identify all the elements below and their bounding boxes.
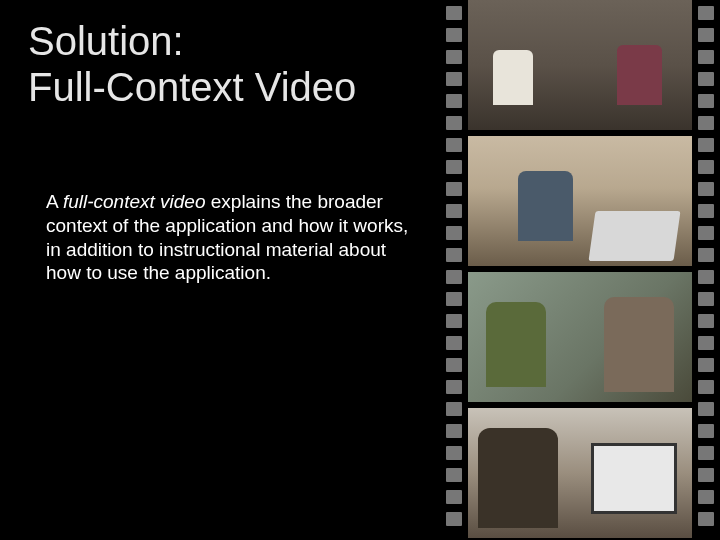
sprocket-hole [698, 292, 714, 306]
title-line-1: Solution: [28, 19, 184, 63]
sprocket-hole [698, 248, 714, 262]
sprocket-hole [446, 270, 462, 284]
sprocket-hole [446, 226, 462, 240]
sprocket-hole [698, 490, 714, 504]
sprocket-hole [698, 402, 714, 416]
sprocket-hole [446, 468, 462, 482]
film-frame [468, 408, 692, 538]
film-frame [468, 0, 692, 130]
sprocket-hole [446, 182, 462, 196]
sprocket-hole [698, 380, 714, 394]
sprocket-hole [446, 248, 462, 262]
sprocket-hole [446, 512, 462, 526]
sprocket-hole [698, 270, 714, 284]
sprocket-hole [446, 292, 462, 306]
sprocket-hole [698, 6, 714, 20]
sprocket-hole [698, 468, 714, 482]
sprocket-hole [446, 380, 462, 394]
sprocket-hole [698, 94, 714, 108]
filmstrip [440, 0, 720, 540]
sprocket-hole [446, 28, 462, 42]
sprocket-hole [446, 314, 462, 328]
sprocket-hole [446, 6, 462, 20]
sprocket-hole [698, 204, 714, 218]
sprocket-hole [698, 72, 714, 86]
sprocket-hole [446, 116, 462, 130]
sprocket-hole [446, 402, 462, 416]
sprocket-hole [698, 446, 714, 460]
sprocket-hole [446, 72, 462, 86]
sprocket-hole [698, 28, 714, 42]
sprocket-hole [698, 116, 714, 130]
body-prefix: A [46, 191, 63, 212]
sprocket-hole [446, 424, 462, 438]
sprocket-hole [446, 358, 462, 372]
sprocket-hole [698, 314, 714, 328]
sprocket-hole [446, 204, 462, 218]
sprocket-hole [698, 358, 714, 372]
slide-body: A full-context video explains the broade… [28, 190, 420, 285]
title-line-2: Full-Context Video [28, 65, 356, 109]
film-frame [468, 136, 692, 266]
sprocket-hole [698, 226, 714, 240]
sprocket-hole [698, 138, 714, 152]
sprocket-hole [698, 424, 714, 438]
body-italic-term: full-context video [63, 191, 206, 212]
slide-title: Solution: Full-Context Video [28, 18, 420, 110]
sprocket-hole [446, 138, 462, 152]
text-content-area: Solution: Full-Context Video A full-cont… [0, 0, 440, 540]
sprocket-column-right [692, 0, 720, 540]
sprocket-hole [446, 490, 462, 504]
sprocket-hole [446, 50, 462, 64]
sprocket-hole [698, 160, 714, 174]
film-frame [468, 272, 692, 402]
sprocket-column-left [440, 0, 468, 540]
filmstrip-frames [468, 0, 692, 540]
sprocket-hole [446, 94, 462, 108]
sprocket-hole [698, 512, 714, 526]
sprocket-hole [698, 336, 714, 350]
sprocket-hole [446, 336, 462, 350]
sprocket-hole [698, 182, 714, 196]
sprocket-hole [446, 446, 462, 460]
sprocket-hole [446, 160, 462, 174]
sprocket-hole [698, 50, 714, 64]
